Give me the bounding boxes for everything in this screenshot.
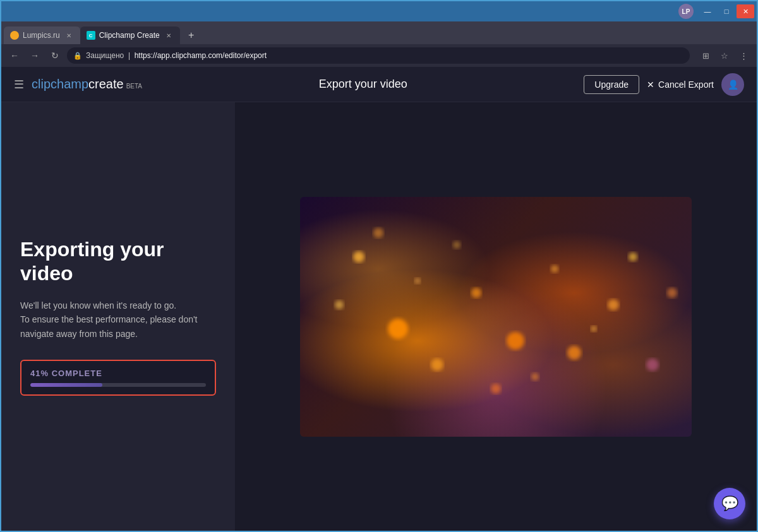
address-bar: ← → ↻ 🔒 Защищено | https://app.clipchamp… [1, 44, 757, 67]
back-button[interactable]: ← [6, 47, 23, 64]
left-panel: Exporting your video We'll let you know … [1, 102, 235, 531]
url-address: https://app.clipchamp.com/editor/export [135, 51, 267, 60]
title-bar-controls: — □ ✕ [699, 4, 754, 18]
tab-lumpics-close[interactable]: ✕ [64, 30, 74, 40]
browser-actions: ⊞ ☆ ⋮ [697, 47, 752, 64]
lock-icon: 🔒 [73, 52, 82, 60]
clipchamp-favicon: C [87, 31, 95, 40]
url-protocol: Защищено | https://app.clipchamp.com/edi… [86, 51, 267, 60]
chat-fab-button[interactable]: 💬 [714, 488, 745, 519]
logo-create: create [88, 77, 124, 92]
logo-beta: BETA [126, 83, 142, 90]
progress-bar-fill [30, 383, 102, 387]
chat-icon: 💬 [721, 495, 738, 512]
header-center: Export your video [142, 78, 584, 91]
close-button[interactable]: ✕ [737, 4, 754, 18]
translate-button[interactable]: ⊞ [697, 47, 714, 64]
tab-lumpics[interactable]: Lumpics.ru ✕ [4, 27, 80, 44]
upgrade-button[interactable]: Upgrade [584, 75, 639, 94]
browser-menu-button[interactable]: ⋮ [735, 47, 752, 64]
page-title: Export your video [319, 78, 407, 91]
new-tab-button[interactable]: + [183, 27, 200, 44]
progress-container: 41% COMPLETE [20, 360, 216, 396]
main-content: Exporting your video We'll let you know … [1, 102, 757, 531]
tab-bar: Lumpics.ru ✕ C Clipchamp Create ✕ + [1, 21, 757, 44]
logo-clip: clipchamp [32, 77, 88, 91]
forward-button[interactable]: → [27, 47, 43, 64]
app-header: ☰ clipchamp create BETA Export your vide… [1, 67, 757, 102]
logo-clipchamp: clipchamp [32, 77, 88, 92]
bookmark-button[interactable]: ☆ [716, 47, 733, 64]
cancel-export-label: Cancel Export [658, 80, 714, 90]
cancel-export-button[interactable]: ✕ Cancel Export [647, 80, 714, 90]
tab-clipchamp-label: Clipchamp Create [99, 31, 160, 40]
tab-clipchamp-close[interactable]: ✕ [164, 30, 174, 40]
hamburger-menu-icon[interactable]: ☰ [14, 78, 24, 92]
title-bar: LP — □ ✕ [1, 1, 757, 21]
refresh-button[interactable]: ↻ [47, 47, 63, 64]
export-description: We'll let you know when it's ready to go… [20, 299, 216, 341]
export-title: Exporting your video [20, 237, 216, 286]
maximize-button[interactable]: □ [718, 4, 735, 18]
url-bar[interactable]: 🔒 Защищено | https://app.clipchamp.com/e… [67, 47, 690, 64]
lumpics-favicon [10, 31, 19, 40]
video-background [300, 197, 692, 437]
progress-bar-track [30, 383, 206, 387]
header-right: Upgrade ✕ Cancel Export 👤 [584, 73, 744, 96]
cancel-export-icon: ✕ [647, 80, 654, 90]
user-avatar[interactable]: 👤 [721, 73, 744, 96]
right-panel [235, 102, 757, 531]
progress-label: 41% COMPLETE [30, 369, 206, 378]
app-container: ☰ clipchamp create BETA Export your vide… [1, 67, 757, 531]
tab-lumpics-label: Lumpics.ru [23, 31, 60, 40]
logo: clipchamp create BETA [32, 77, 142, 92]
tab-clipchamp[interactable]: C Clipchamp Create ✕ [80, 27, 180, 44]
video-preview [300, 197, 692, 437]
browser-frame: LP — □ ✕ Lumpics.ru ✕ C Clipchamp Create… [0, 0, 758, 532]
title-bar-user: LP [678, 4, 694, 19]
minimize-button[interactable]: — [699, 4, 716, 18]
